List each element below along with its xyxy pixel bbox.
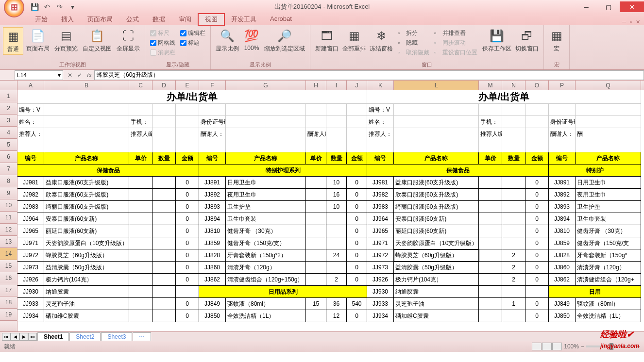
- cell[interactable]: JJ862: [199, 274, 226, 286]
- window-small-0[interactable]: ▫ 拆分: [398, 28, 429, 38]
- view-btn-3[interactable]: 📋自定义视图: [81, 27, 114, 54]
- cell[interactable]: [326, 213, 347, 225]
- cell[interactable]: JJ972: [17, 249, 44, 262]
- cell[interactable]: [479, 213, 502, 225]
- cell[interactable]: [525, 140, 549, 152]
- window-btn-2[interactable]: ❄冻结窗格: [368, 27, 395, 54]
- cell[interactable]: 夜用卫生巾: [576, 189, 641, 201]
- view-btn-1[interactable]: 📄页面布局: [24, 27, 51, 54]
- tab-插入[interactable]: 插入: [54, 14, 81, 25]
- cell[interactable]: [479, 298, 502, 310]
- col-header-F[interactable]: F: [199, 81, 226, 90]
- cell[interactable]: 单价: [129, 152, 153, 165]
- cell[interactable]: [176, 128, 199, 140]
- cell[interactable]: [129, 249, 153, 262]
- cell[interactable]: JJ892: [549, 189, 576, 201]
- cell[interactable]: [479, 189, 502, 201]
- cell[interactable]: [153, 189, 176, 201]
- cell[interactable]: 绮丽口服液(60支升级版): [394, 201, 479, 213]
- cell[interactable]: JJ972: [367, 249, 394, 262]
- formula-bar[interactable]: 蜂胶灵芝（60g升级版）: [94, 70, 644, 80]
- cell[interactable]: [502, 201, 525, 213]
- enter-formula-icon[interactable]: ✓: [75, 70, 85, 80]
- cell[interactable]: JJ982: [367, 189, 394, 201]
- cell[interactable]: 编号: [17, 152, 44, 165]
- cell[interactable]: JJ893: [199, 201, 226, 213]
- cell[interactable]: 驱蚊液（80ml）: [576, 298, 641, 310]
- cell[interactable]: 灵芝孢子油: [394, 298, 479, 310]
- cell[interactable]: 产品名称: [576, 152, 641, 165]
- cell[interactable]: [502, 310, 525, 322]
- cell[interactable]: [44, 128, 129, 140]
- cell[interactable]: [306, 104, 326, 116]
- cell[interactable]: 丽延口服液(60支新): [394, 225, 479, 237]
- cell[interactable]: JJ891: [549, 177, 576, 189]
- minimize-button[interactable]: ─: [575, 1, 597, 12]
- cell[interactable]: 产品名称: [394, 152, 479, 165]
- col-header-K[interactable]: K: [367, 81, 394, 90]
- cell[interactable]: [153, 262, 176, 274]
- cell[interactable]: 金额: [347, 152, 367, 165]
- row-header-16[interactable]: 16: [0, 272, 17, 284]
- cell[interactable]: JJ894: [199, 213, 226, 225]
- cell[interactable]: [479, 225, 502, 237]
- window-small-4[interactable]: ▫ 同步滚动: [434, 38, 477, 48]
- cell[interactable]: JJ862: [549, 274, 576, 286]
- cell[interactable]: JJ930: [17, 286, 44, 298]
- row-header-12[interactable]: 12: [0, 224, 17, 236]
- cell[interactable]: 全效洗洁精（1L）: [576, 310, 641, 322]
- cell[interactable]: 编号：V: [367, 104, 394, 116]
- cell[interactable]: [502, 116, 525, 128]
- cell[interactable]: 健齿牙膏（150克/支: [576, 237, 641, 249]
- cell[interactable]: 天姿韵胶原蛋白（10支升级版）: [394, 237, 479, 249]
- cell[interactable]: 姓名：: [367, 116, 394, 128]
- cell[interactable]: 0: [347, 177, 367, 189]
- cell[interactable]: [129, 177, 153, 189]
- cell[interactable]: 12: [326, 310, 347, 322]
- cell[interactable]: 0: [176, 189, 199, 201]
- zoom-out-icon[interactable]: −: [581, 343, 584, 350]
- col-header-A[interactable]: A: [17, 81, 44, 90]
- col-header-D[interactable]: D: [153, 81, 176, 90]
- cell[interactable]: [153, 286, 176, 298]
- cell[interactable]: 清渍健齿组合（120g+150g）: [226, 274, 306, 286]
- cell[interactable]: 欣泰口服液(60支升级版): [394, 189, 479, 201]
- cell[interactable]: 数量: [326, 152, 347, 165]
- cell[interactable]: 36: [326, 298, 347, 310]
- cell[interactable]: [479, 249, 502, 262]
- cell[interactable]: [576, 140, 641, 152]
- cell[interactable]: [347, 104, 367, 116]
- cell[interactable]: 益清胶囊（50g升级版）: [44, 262, 129, 274]
- cell[interactable]: [153, 298, 176, 310]
- sheet-tab-Sheet1[interactable]: Sheet1: [37, 332, 69, 341]
- col-header-M[interactable]: M: [479, 81, 502, 90]
- zoom-btn-1[interactable]: 💯100%: [242, 27, 261, 52]
- cell[interactable]: [479, 177, 502, 189]
- cell[interactable]: JJ926: [367, 274, 394, 286]
- row-header-6[interactable]: 6: [0, 151, 17, 163]
- sheet-nav-prev[interactable]: ◀: [11, 333, 19, 341]
- cell[interactable]: 10: [326, 177, 347, 189]
- cell[interactable]: JJ859: [549, 237, 576, 249]
- cell[interactable]: [306, 140, 326, 152]
- cell[interactable]: 数量: [502, 152, 525, 165]
- cell[interactable]: [525, 286, 549, 298]
- cell[interactable]: JJ828: [549, 249, 576, 262]
- cell[interactable]: [479, 262, 502, 274]
- cell[interactable]: [326, 104, 347, 116]
- cell[interactable]: JJ894: [549, 213, 576, 225]
- cell[interactable]: 0: [525, 237, 549, 249]
- cell[interactable]: [525, 128, 549, 140]
- cell[interactable]: JJ964: [367, 213, 394, 225]
- cell[interactable]: [176, 140, 199, 152]
- cell[interactable]: [479, 201, 502, 213]
- col-header-H[interactable]: H: [306, 81, 326, 90]
- cell[interactable]: 单价: [306, 152, 326, 165]
- cell[interactable]: [326, 237, 347, 249]
- cell[interactable]: [502, 237, 525, 249]
- col-header-E[interactable]: E: [176, 81, 199, 90]
- cell[interactable]: 推荐人编号：: [129, 128, 153, 140]
- cell[interactable]: [153, 213, 176, 225]
- cell[interactable]: [326, 225, 347, 237]
- view-btn-4[interactable]: ⛶全屏显示: [115, 27, 142, 54]
